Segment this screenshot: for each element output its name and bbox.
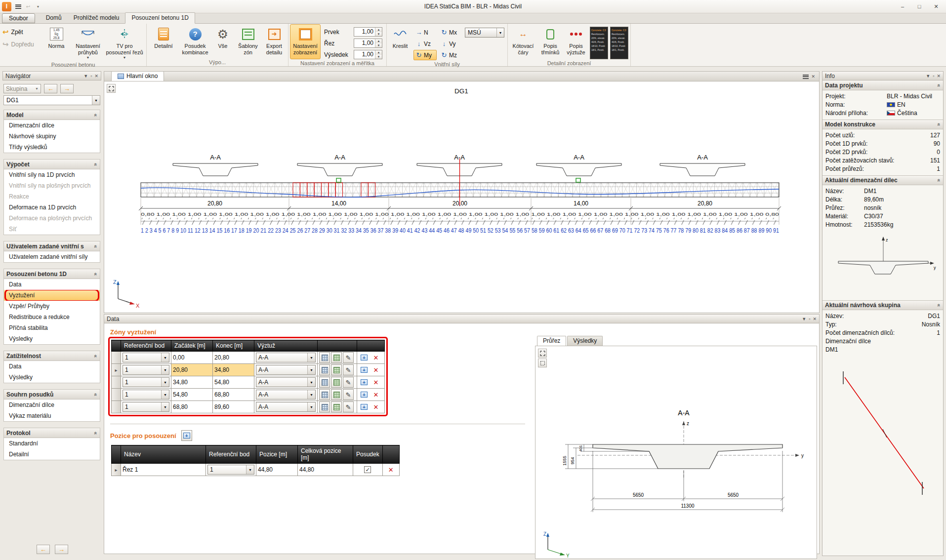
row-handle[interactable] <box>112 401 121 413</box>
zoom-fit-icon[interactable] <box>538 349 547 358</box>
posudek-kombinace-button[interactable]: ? Posudek kombinace <box>180 24 210 58</box>
previous-item-button[interactable]: ← <box>37 545 50 554</box>
zone-edit-button[interactable]: ✎ <box>343 364 354 375</box>
sablony-zon-button[interactable]: Šablony zón <box>235 24 261 58</box>
window-list-icon[interactable] <box>803 75 809 79</box>
zoom-fit-icon[interactable] <box>107 84 116 93</box>
tab-domu[interactable]: Domů <box>40 13 68 23</box>
spinner-arrows[interactable]: ▲▼ <box>375 50 382 59</box>
skupina-dropdown[interactable]: Skupina ▼ <box>3 84 41 93</box>
rez-spinner[interactable]: 1,00 ▲▼ <box>354 39 382 48</box>
panel-menu-icon[interactable]: ▼ <box>83 74 88 79</box>
ref-point-dropdown[interactable]: 1▼ <box>123 402 169 412</box>
zone-start-cell[interactable]: 54,80 <box>171 389 213 401</box>
panel-menu-icon[interactable]: ▼ <box>926 74 930 79</box>
zone-end-cell[interactable]: 54,80 <box>213 376 254 389</box>
kotovaci-cary-button[interactable]: ↔ Kótovací čáry <box>509 24 537 59</box>
zone-template-green-button[interactable] <box>331 377 342 388</box>
zone-template-button[interactable] <box>319 377 330 388</box>
tv-posouzeni-rezu-button[interactable]: TV pro posouzení řezů ▼ <box>104 24 145 61</box>
sidebar-item-protokol-detailni[interactable]: Detailní <box>4 449 100 460</box>
reinforcement-dropdown[interactable]: A-A▼ <box>256 390 316 400</box>
nastaveni-zobraze­ni-button[interactable]: Nastavení zobrazení <box>290 24 321 59</box>
sidebar-item-souhrn-dilce[interactable]: Dimenzační dílce <box>4 400 100 410</box>
sidebar-item-data[interactable]: Data <box>4 279 100 290</box>
detailni-button[interactable]: Detailní <box>148 24 179 58</box>
zone-delete-button[interactable]: ✕ <box>370 352 381 363</box>
popis-trminku-button[interactable]: Popis třmínků <box>538 24 563 59</box>
sidebar-item-vyztuzeni[interactable]: Vyztužení <box>4 290 100 301</box>
next-group-button[interactable]: → <box>60 84 74 93</box>
close-icon[interactable]: ✕ <box>811 74 815 79</box>
zone-edit-button[interactable]: ✎ <box>343 352 354 363</box>
zone-template-green-button[interactable] <box>331 352 342 363</box>
zone-copy-button[interactable]: + <box>359 377 370 388</box>
quick-undo-icon[interactable]: ↩ <box>23 1 33 11</box>
zone-template-green-button[interactable] <box>331 401 342 412</box>
position-cell[interactable]: 44,80 <box>256 464 298 476</box>
pin-icon[interactable]: ▫ <box>90 74 92 79</box>
maximize-button[interactable]: □ <box>911 1 927 11</box>
pin-icon[interactable]: ▫ <box>809 317 810 321</box>
add-position-button[interactable]: + <box>181 430 192 441</box>
sidebar-item-uzivatelske-vnitrni-sily[interactable]: Uživatelem zadané vnitřní síly <box>4 251 100 262</box>
minimize-button[interactable]: – <box>895 1 910 11</box>
position-name-cell[interactable]: Řez 1 <box>121 464 206 476</box>
force-toggle-vz[interactable]: ↓Vz <box>413 39 437 49</box>
position-delete-button[interactable]: ✕ <box>385 464 396 475</box>
cross-section-canvas[interactable]: A-A z y 1555 954 <box>535 346 817 559</box>
info-section-dimenzacni-dilec[interactable]: Aktuální dimenzační dílec « <box>823 175 943 185</box>
close-icon[interactable]: ✕ <box>937 74 941 79</box>
force-toggle-mx[interactable]: ↻Mx <box>439 27 462 38</box>
close-button[interactable]: ✕ <box>928 1 944 11</box>
sidebar-item-pricna-stabilita[interactable]: Příčná stabilita <box>4 322 100 333</box>
zone-copy-button[interactable]: + <box>359 352 370 363</box>
detail-preview-tile[interactable]: Concrete: C3 Reinforcem. 20%, elevat. 40… <box>610 27 628 59</box>
posudek-checkbox[interactable]: ✓ <box>364 466 371 473</box>
undo-button[interactable]: ↩Zpět <box>2 27 39 37</box>
prvek-spinner[interactable]: 1,00 ▲▼ <box>354 27 382 37</box>
zone-template-button[interactable] <box>319 389 330 400</box>
previous-group-button[interactable]: ← <box>44 84 57 93</box>
zone-delete-button[interactable]: ✕ <box>370 401 381 412</box>
nastaveni-pruhybu-button[interactable]: Nastavení průhybů ▼ <box>73 24 103 61</box>
tab-prohlizec-modelu[interactable]: Prohlížeč modelu <box>68 13 125 23</box>
sidebar-item-zatizitelnost-data[interactable]: Data <box>4 361 100 372</box>
popis-vyztuze-button[interactable]: Popis výztuže <box>564 24 588 59</box>
close-icon[interactable]: ✕ <box>94 74 98 79</box>
zone-delete-button[interactable]: ✕ <box>370 377 381 388</box>
kreslit-button[interactable]: Kreslit <box>388 24 412 60</box>
zone-end-cell[interactable]: 89,60 <box>213 401 254 413</box>
force-toggle-vy[interactable]: ↓Vy <box>439 39 462 49</box>
zone-end-cell[interactable]: 34,80 <box>213 364 254 376</box>
sidebar-item-vysledky[interactable]: Výsledky <box>4 333 100 344</box>
panel-menu-icon[interactable]: ▼ <box>802 317 806 321</box>
info-section-model-konstrukce[interactable]: Model konstrukce « <box>823 120 943 129</box>
sidebar-item-deformace-1d[interactable]: Deformace na 1D prvcích <box>4 202 100 213</box>
sidebar-item-protokol-standardni[interactable]: Standardní <box>4 438 100 449</box>
zone-delete-button[interactable]: ✕ <box>370 389 381 400</box>
reinforcement-dropdown[interactable]: A-A▼ <box>256 353 316 362</box>
tab-posouzeni-betonu-1d[interactable]: Posouzení betonu 1D <box>125 12 195 24</box>
row-handle[interactable] <box>112 376 121 389</box>
reinforcement-dropdown[interactable]: A-A▼ <box>256 365 316 375</box>
reinforcement-dropdown[interactable]: A-A▼ <box>256 377 316 387</box>
zone-copy-button[interactable]: + <box>359 389 370 400</box>
spinner-arrows[interactable]: ▲▼ <box>375 39 382 47</box>
zone-edit-button[interactable]: ✎ <box>343 401 354 412</box>
tab-vysledky[interactable]: Výsledky <box>567 336 603 346</box>
zone-start-cell[interactable]: 0,00 <box>171 352 213 364</box>
info-section-navrhova-skupina[interactable]: Aktuální návrhová skupina « <box>823 300 943 310</box>
zone-template-button[interactable] <box>319 401 330 412</box>
force-toggle-my[interactable]: ↻My <box>413 50 437 60</box>
vysledek-spinner[interactable]: 1,00 ▲▼ <box>354 50 382 59</box>
detail-preview-tile[interactable]: Concrete: C3 Reinforcem. 20%, elevat. 40… <box>590 27 608 59</box>
export-detailu-button[interactable]: ➜ Export detailu <box>262 24 287 58</box>
info-section-data-projektu[interactable]: Data projektu « <box>823 80 943 90</box>
redo-button[interactable]: ↪Dopředu <box>2 40 39 49</box>
ref-point-dropdown[interactable]: 1▼ <box>123 353 169 362</box>
row-handle[interactable] <box>112 389 121 401</box>
tab-soubor[interactable]: Soubor <box>2 13 35 23</box>
tab-hlavni-okno[interactable]: Hlavní okno <box>111 71 164 81</box>
zone-edit-button[interactable]: ✎ <box>343 389 354 400</box>
